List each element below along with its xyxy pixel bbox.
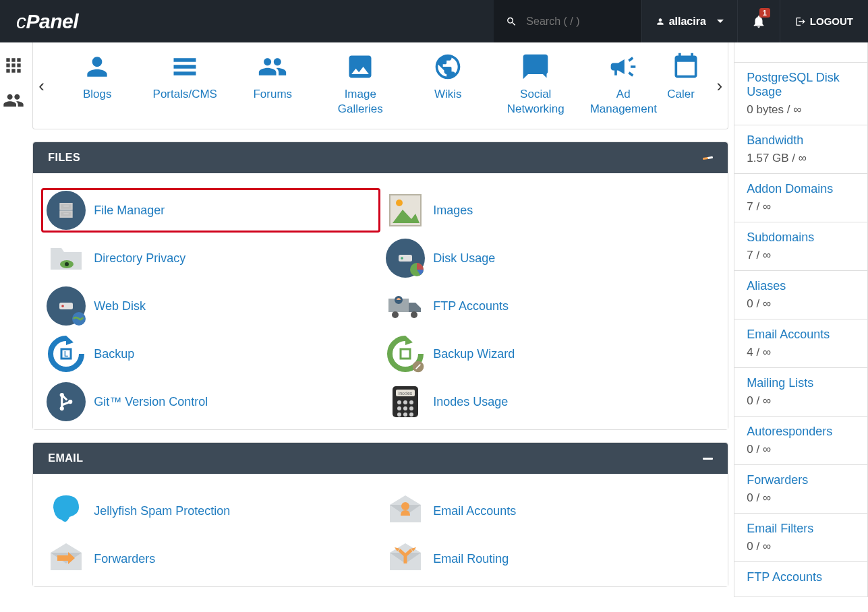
svg-point-19 — [60, 406, 64, 410]
svg-point-30 — [397, 412, 401, 417]
app-label: Caler — [667, 87, 695, 102]
feat-label: Directory Privacy — [94, 251, 185, 266]
feat-label: Backup Wizard — [433, 347, 515, 361]
collapse-icon[interactable] — [703, 458, 713, 460]
svg-text:L: L — [64, 350, 68, 358]
ftp-accounts[interactable]: FTP Accounts — [380, 284, 720, 328]
feat-label: Forwarders — [94, 552, 155, 566]
chat-icon — [521, 52, 550, 82]
svg-point-27 — [397, 406, 401, 410]
calculator-icon: inodes — [386, 382, 425, 421]
feat-label: FTP Accounts — [433, 299, 509, 313]
stats-sidebar: PostgreSQL Disk Usage0 bytes / ∞ Bandwid… — [734, 42, 868, 597]
stat-title: Email Filters — [747, 522, 855, 536]
svg-point-8 — [61, 305, 64, 307]
person-icon — [82, 52, 112, 82]
apps-grid-icon[interactable] — [3, 55, 24, 76]
stat-email-filters[interactable]: Email Filters0 / ∞ — [734, 514, 868, 562]
earth-icon — [71, 311, 87, 327]
stat-postgresql[interactable]: PostgreSQL Disk Usage0 bytes / ∞ — [734, 63, 868, 125]
logout-button[interactable]: LOGOUT — [780, 0, 868, 42]
jellyfish-spam-protection[interactable]: Jellyfish Spam Protection — [41, 489, 380, 533]
svg-rect-7 — [59, 303, 73, 309]
search-icon — [506, 15, 517, 28]
collapse-icon[interactable] — [703, 156, 713, 160]
stat-title: Bandwidth — [747, 133, 855, 148]
stat-value: 0 / ∞ — [747, 540, 855, 553]
svg-point-26 — [409, 400, 413, 404]
svg-point-31 — [403, 412, 407, 417]
email-header[interactable]: EMAIL — [33, 443, 728, 474]
stat-title: Aliases — [747, 279, 855, 293]
stat-value: 1.57 GB / ∞ — [747, 152, 855, 165]
left-icon-bar — [0, 42, 27, 597]
stat-value: 0 / ∞ — [747, 297, 855, 311]
carousel-next[interactable]: › — [714, 75, 726, 96]
forwarders[interactable]: Forwarders — [41, 537, 380, 581]
stat-subdomains[interactable]: Subdomains7 / ∞ — [734, 222, 868, 271]
svg-point-25 — [403, 400, 407, 404]
files-header[interactable]: FILES — [33, 142, 728, 173]
app-calendars[interactable]: Caler — [667, 48, 707, 117]
app-portals[interactable]: Portals/CMS — [141, 48, 229, 117]
pie-icon — [409, 262, 425, 278]
search-input[interactable] — [526, 16, 629, 28]
svg-point-33 — [401, 502, 409, 510]
top-header: cPanel allacira 1 LOGOUT — [0, 0, 868, 42]
backup-wizard[interactable]: Backup Wizard — [380, 332, 720, 376]
envelope-split-icon — [386, 539, 425, 578]
git-version-control[interactable]: Git™ Version Control — [41, 379, 380, 424]
app-forums[interactable]: Forums — [229, 48, 316, 117]
logout-icon — [795, 16, 806, 27]
svg-point-1 — [396, 200, 403, 206]
app-social-networking[interactable]: Social Networking — [492, 48, 579, 117]
backup[interactable]: L Backup — [41, 332, 380, 376]
brand-logo[interactable]: cPanel — [0, 10, 94, 33]
stat-title: Subdomains — [747, 231, 855, 245]
feat-label: Email Accounts — [433, 504, 516, 518]
folder-eye-icon — [47, 239, 86, 278]
email-accounts[interactable]: Email Accounts — [380, 489, 720, 533]
app-label: Image Galleries — [338, 87, 383, 117]
stat-autoresponders[interactable]: Autoresponders0 / ∞ — [734, 417, 868, 465]
section-title: FILES — [48, 152, 80, 164]
web-disk[interactable]: Web Disk — [41, 284, 380, 328]
carousel-prev[interactable]: ‹ — [36, 75, 47, 96]
app-ad-management[interactable]: Ad Management — [579, 48, 667, 117]
feat-label: Backup — [94, 347, 134, 361]
stat-bandwidth[interactable]: Bandwidth1.57 GB / ∞ — [734, 125, 868, 174]
stat-mailing-lists[interactable]: Mailing Lists0 / ∞ — [734, 368, 868, 417]
stat-aliases[interactable]: Aliases0 / ∞ — [734, 271, 868, 319]
directory-privacy[interactable]: Directory Privacy — [41, 236, 380, 280]
stat-value: 0 / ∞ — [747, 443, 855, 456]
stat-forwarders[interactable]: Forwarders0 / ∞ — [734, 465, 868, 514]
image-icon — [345, 52, 375, 82]
search-box[interactable] — [494, 0, 641, 42]
file-manager[interactable]: File Manager — [41, 188, 380, 233]
section-title: EMAIL — [48, 452, 83, 464]
users-icon[interactable] — [3, 90, 24, 111]
chevron-down-icon — [717, 20, 724, 23]
stat-title: Forwarders — [747, 473, 855, 487]
inodes-usage[interactable]: inodes Inodes Usage — [380, 379, 720, 424]
svg-point-12 — [411, 311, 417, 318]
stat-email-accounts[interactable]: Email Accounts4 / ∞ — [734, 319, 868, 368]
svg-rect-16 — [401, 349, 410, 359]
feat-label: Git™ Version Control — [94, 395, 208, 409]
app-blogs[interactable]: Blogs — [53, 48, 141, 117]
app-image-galleries[interactable]: Image Galleries — [316, 48, 404, 117]
disk-usage[interactable]: Disk Usage — [380, 236, 720, 280]
feat-label: File Manager — [94, 204, 165, 218]
calendar-icon — [671, 52, 701, 82]
drawer-icon — [56, 200, 76, 220]
stat-value: 7 / ∞ — [747, 249, 855, 262]
app-wikis[interactable]: Wikis — [404, 48, 492, 117]
email-routing[interactable]: Email Routing — [380, 537, 720, 581]
notifications-button[interactable]: 1 — [737, 0, 780, 42]
images[interactable]: Images — [380, 188, 720, 233]
user-menu[interactable]: allacira — [641, 0, 737, 42]
stat-addon-domains[interactable]: Addon Domains7 / ∞ — [734, 174, 868, 222]
svg-point-24 — [397, 400, 401, 404]
stat-ftp-accounts[interactable]: FTP Accounts — [734, 562, 868, 597]
feat-label: Inodes Usage — [433, 395, 508, 409]
